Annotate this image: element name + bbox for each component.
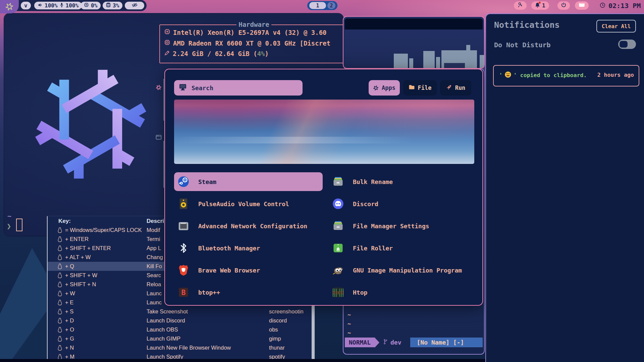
launcher-app-file-manager-settings[interactable]: File Manager Settings bbox=[329, 217, 477, 235]
cpu-pill[interactable]: 0% bbox=[80, 2, 101, 9]
memory-database-icon bbox=[106, 2, 111, 9]
htop-icon: [|| ||][|||||][|| ||] bbox=[332, 286, 344, 298]
keyboard-layout-pill[interactable] bbox=[514, 1, 527, 10]
terminal-window-skyline[interactable] bbox=[343, 16, 485, 69]
tux-penguin-icon bbox=[57, 299, 63, 306]
do-not-disturb-toggle[interactable] bbox=[618, 40, 636, 49]
app-label: btop++ bbox=[198, 289, 220, 296]
shell-prompt-path: ~ bbox=[7, 212, 11, 220]
launcher-app-htop[interactable]: [|| ||][|||||][|| ||]Htop bbox=[329, 283, 477, 302]
vim-empty-line: ~ bbox=[347, 329, 351, 336]
ethernet-port-icon bbox=[579, 2, 585, 9]
nix-snowflake-fragment-icon bbox=[156, 84, 162, 90]
tux-penguin-icon bbox=[57, 317, 63, 324]
keybinding-description: Launc bbox=[147, 299, 162, 306]
steam-icon bbox=[177, 176, 190, 188]
tux-penguin-icon bbox=[57, 290, 63, 297]
powerline-arrow-icon bbox=[406, 338, 410, 348]
keybinding-command: obs bbox=[269, 326, 313, 333]
cpu-chip-icon bbox=[84, 2, 89, 9]
launcher-app-gnu-image-manipulation-program[interactable]: GNU Image Manipulation Program bbox=[329, 261, 477, 280]
top-bar: v 100% 100% 0% 3% 1 2 1 bbox=[0, 0, 644, 11]
terminal-cursor[interactable] bbox=[16, 219, 22, 231]
idle-inhibitor-pill[interactable] bbox=[125, 2, 144, 9]
keybinding-command: gimp bbox=[269, 336, 313, 342]
notifications-pill[interactable]: 1 bbox=[531, 1, 549, 10]
version-pill[interactable]: v bbox=[21, 2, 31, 9]
vim-git-segment: dev bbox=[379, 338, 406, 347]
keybinding-description: Kill Fo bbox=[147, 263, 162, 269]
launcher-app-file-roller[interactable]: File Roller bbox=[329, 239, 477, 257]
clock-widget[interactable]: 02:13 PM bbox=[600, 0, 641, 11]
gpu-chip-icon bbox=[164, 39, 170, 47]
unread-dot bbox=[539, 2, 541, 4]
keybinding: = Windows/Super/CAPS LOCK bbox=[65, 227, 142, 233]
keybinding: + E bbox=[65, 299, 73, 306]
cheatsheet-row: + DLaunch Discorddiscord bbox=[48, 316, 312, 325]
clear-all-button[interactable]: Clear All bbox=[596, 20, 636, 33]
tab-file[interactable]: File bbox=[403, 80, 437, 96]
keybinding-description: Reloa bbox=[147, 281, 161, 288]
vim-statusline: NORMAL dev [No Name] [-] bbox=[345, 338, 483, 347]
pulseaudio-icon bbox=[177, 198, 190, 210]
workspace-1-button[interactable]: 1 bbox=[309, 2, 326, 9]
memory-pill[interactable]: 3% bbox=[103, 2, 122, 9]
skyline-art bbox=[423, 51, 435, 69]
cheatsheet-row: + STake Screenshotscreenshootin bbox=[48, 307, 312, 316]
vim-empty-line: ~ bbox=[347, 320, 351, 327]
keybinding: + SHIFT + N bbox=[65, 281, 96, 288]
mic-level: 100% bbox=[66, 2, 79, 9]
app-label: Discord bbox=[353, 200, 378, 207]
notification-timestamp: 2 hours ago bbox=[597, 72, 634, 78]
app-label: PulseAudio Volume Control bbox=[198, 200, 289, 207]
skyline-art bbox=[436, 57, 440, 69]
keybinding-description: Take Screenshot bbox=[147, 308, 188, 315]
tux-penguin-icon bbox=[57, 281, 63, 288]
tux-penguin-icon bbox=[57, 308, 63, 315]
vim-empty-line: ~ bbox=[347, 311, 351, 318]
microphone-icon bbox=[60, 2, 64, 9]
keybinding: + ENTER bbox=[65, 236, 89, 242]
notification-card[interactable]: ' ' copied to clipboard. 2 hours ago bbox=[493, 65, 639, 86]
keybinding-description: Launc bbox=[147, 290, 162, 297]
keybinding-description: Modif bbox=[147, 227, 160, 233]
tray-pill[interactable] bbox=[575, 1, 589, 10]
git-branch-name: dev bbox=[390, 339, 401, 346]
tab-run[interactable]: Run bbox=[440, 80, 471, 96]
network-icon bbox=[177, 220, 190, 232]
nixos-menu-button[interactable] bbox=[0, 0, 19, 13]
powerline-arrow-icon bbox=[375, 338, 379, 348]
launcher-app-discord[interactable]: Discord bbox=[329, 194, 477, 213]
launcher-app-bulk-rename[interactable]: Bulk Rename bbox=[329, 172, 477, 191]
launcher-app-steam[interactable]: Steam bbox=[174, 172, 323, 191]
workspace-2-button[interactable]: 2 bbox=[327, 2, 335, 9]
gimp-icon bbox=[332, 264, 344, 276]
keybinding-command: discord bbox=[269, 317, 313, 324]
discord-icon bbox=[332, 198, 344, 210]
launcher-app-advanced-network-configuration[interactable]: Advanced Network Configuration bbox=[174, 217, 323, 235]
search-input[interactable]: Search bbox=[174, 80, 303, 96]
fastfetch-box-border-fragment bbox=[163, 79, 164, 121]
key-icon bbox=[518, 2, 523, 9]
keybinding-description: Launch New File Browser Window bbox=[147, 345, 231, 351]
keybinding: + ALT + W bbox=[65, 254, 91, 260]
terminal-titlebar[interactable] bbox=[345, 18, 483, 29]
tux-penguin-icon bbox=[57, 354, 63, 359]
keybinding-description: Launch Spotify bbox=[147, 354, 183, 359]
launcher-app-brave-web-browser[interactable]: Brave Web Browser bbox=[174, 261, 323, 280]
notifications-title: Notifications bbox=[494, 20, 560, 30]
tux-penguin-icon bbox=[57, 272, 63, 279]
power-pill[interactable] bbox=[557, 1, 570, 10]
app-label: Advanced Network Configuration bbox=[198, 223, 307, 230]
tux-penguin-icon bbox=[57, 227, 63, 233]
keybinding: + Q bbox=[65, 263, 74, 269]
cheatsheet-row: + NLaunch New File Browser Windowthunar bbox=[48, 343, 312, 352]
launcher-app-bluetooth-manager[interactable]: Bluetooth Manager bbox=[174, 239, 323, 257]
tab-apps[interactable]: Apps bbox=[369, 80, 400, 96]
audio-pill[interactable]: 100% 100% bbox=[34, 2, 82, 9]
launcher-app-pulseaudio-volume-control[interactable]: PulseAudio Volume Control bbox=[174, 194, 323, 213]
vim-file-segment: [No Name] [-] bbox=[410, 338, 483, 347]
launcher-app-btop-[interactable]: Bbtop++ bbox=[174, 283, 323, 302]
skyline-art bbox=[466, 45, 470, 51]
notification-count: 1 bbox=[542, 2, 545, 9]
